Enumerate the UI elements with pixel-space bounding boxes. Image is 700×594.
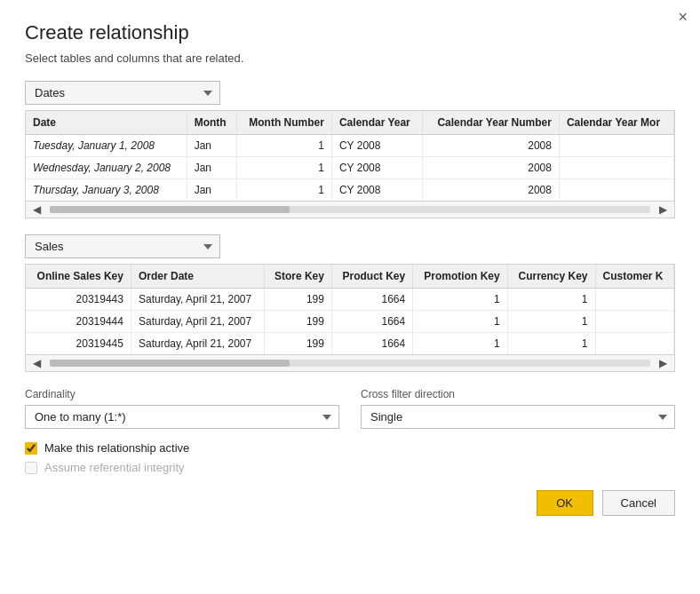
cell: [595, 311, 673, 333]
create-relationship-dialog: × Create relationship Select tables and …: [0, 0, 700, 594]
table-row: 20319445 Saturday, April 21, 2007 199 16…: [26, 333, 674, 355]
ok-button[interactable]: OK: [537, 490, 593, 516]
scroll-right-arrow[interactable]: ▶: [656, 357, 671, 369]
active-checkbox[interactable]: [25, 442, 37, 455]
table-row: Wednesday, January 2, 2008 Jan 1 CY 2008…: [26, 157, 674, 179]
referential-checkbox-row: Assume referential integrity: [25, 461, 675, 474]
table-row: Tuesday, January 1, 2008 Jan 1 CY 2008 2…: [26, 135, 674, 157]
cell: 1: [236, 179, 331, 202]
table2-scrollbar: ◀ ▶: [26, 354, 674, 371]
active-checkbox-row: Make this relationship active: [25, 441, 675, 455]
cell: 199: [264, 333, 331, 355]
table1-header-row: Date Month Month Number Calendar Year Ca…: [26, 111, 674, 135]
checkboxes-group: Make this relationship active Assume ref…: [25, 441, 675, 474]
cell: 20319443: [26, 289, 131, 311]
cell: 1: [236, 157, 331, 179]
dialog-title: Create relationship: [25, 21, 675, 44]
table-row: 20319443 Saturday, April 21, 2007 199 16…: [26, 289, 674, 311]
table1-select[interactable]: Dates Sales Customers: [25, 81, 220, 105]
table2-select-wrap: Sales Dates Customers: [25, 234, 675, 258]
cell: [559, 157, 673, 179]
cell: [595, 333, 673, 355]
cancel-button[interactable]: Cancel: [602, 490, 675, 516]
table2: Online Sales Key Order Date Store Key Pr…: [26, 265, 674, 354]
cell: 20319444: [26, 311, 131, 333]
scroll-track[interactable]: [50, 360, 650, 367]
cell: 1: [507, 311, 595, 333]
cell: Jan: [187, 179, 236, 202]
cell: [559, 179, 673, 202]
cell: 1: [236, 135, 331, 157]
cell: Saturday, April 21, 2007: [131, 333, 264, 355]
scroll-thumb: [50, 360, 290, 367]
col-calendar-year-number: Calendar Year Number: [423, 111, 560, 135]
cell: 1664: [331, 289, 412, 311]
cardinality-select[interactable]: One to many (1:*) Many to one (*:1) One …: [25, 405, 339, 429]
referential-checkbox-label: Assume referential integrity: [44, 461, 185, 474]
cardinality-label: Cardinality: [25, 388, 339, 400]
col-store-key: Store Key: [264, 265, 331, 289]
filter-controls-row: Cardinality One to many (1:*) Many to on…: [25, 388, 675, 429]
cross-filter-label: Cross filter direction: [361, 388, 675, 400]
cell: 20319445: [26, 333, 131, 355]
cell: 1: [507, 333, 595, 355]
cell: Jan: [187, 135, 236, 157]
col-date: Date: [26, 111, 187, 135]
table2-select[interactable]: Sales Dates Customers: [25, 234, 220, 258]
col-online-sales-key: Online Sales Key: [26, 265, 131, 289]
cell: CY 2008: [331, 157, 422, 179]
cell: 1: [507, 289, 595, 311]
scroll-left-arrow[interactable]: ◀: [29, 203, 44, 216]
cell: 1664: [331, 333, 412, 355]
cell: CY 2008: [331, 179, 422, 202]
col-calendar-year-mor: Calendar Year Mor: [559, 111, 673, 135]
scroll-track[interactable]: [50, 206, 650, 213]
cell: [595, 289, 673, 311]
cell: 1: [413, 289, 507, 311]
cell: Saturday, April 21, 2007: [131, 289, 264, 311]
cell: Tuesday, January 1, 2008: [26, 135, 187, 157]
cell: 2008: [423, 157, 560, 179]
cell: Thursday, January 3, 2008: [26, 179, 187, 202]
cell: CY 2008: [331, 135, 422, 157]
cross-filter-group: Cross filter direction Single Both: [361, 388, 675, 429]
cell: 2008: [423, 179, 560, 202]
footer-buttons: OK Cancel: [25, 490, 675, 516]
table2-container: Online Sales Key Order Date Store Key Pr…: [25, 264, 675, 372]
cell: Saturday, April 21, 2007: [131, 311, 264, 333]
referential-checkbox[interactable]: [25, 462, 37, 474]
col-customer-k: Customer K: [595, 265, 673, 289]
table1-scrollbar: ◀ ▶: [26, 201, 674, 218]
cell: 1: [413, 333, 507, 355]
dialog-subtitle: Select tables and columns that are relat…: [25, 51, 675, 65]
col-order-date: Order Date: [131, 265, 264, 289]
table1: Date Month Month Number Calendar Year Ca…: [26, 111, 674, 201]
table1-container: Date Month Month Number Calendar Year Ca…: [25, 110, 675, 218]
active-checkbox-label[interactable]: Make this relationship active: [44, 441, 189, 455]
col-currency-key: Currency Key: [507, 265, 595, 289]
close-button[interactable]: ×: [678, 9, 688, 25]
col-calendar-year: Calendar Year: [331, 111, 422, 135]
cardinality-group: Cardinality One to many (1:*) Many to on…: [25, 388, 339, 429]
cell: 199: [264, 311, 331, 333]
table-row: 20319444 Saturday, April 21, 2007 199 16…: [26, 311, 674, 333]
cell: 1664: [331, 311, 412, 333]
col-promotion-key: Promotion Key: [413, 265, 507, 289]
cross-filter-select[interactable]: Single Both: [361, 405, 675, 429]
cell: 2008: [423, 135, 560, 157]
col-product-key: Product Key: [331, 265, 412, 289]
cell: Jan: [187, 157, 236, 179]
col-month: Month: [187, 111, 236, 135]
cell: Wednesday, January 2, 2008: [26, 157, 187, 179]
table-row: Thursday, January 3, 2008 Jan 1 CY 2008 …: [26, 179, 674, 202]
cell: 1: [413, 311, 507, 333]
table2-header-row: Online Sales Key Order Date Store Key Pr…: [26, 265, 674, 289]
table1-select-wrap: Dates Sales Customers: [25, 81, 675, 105]
scroll-right-arrow[interactable]: ▶: [656, 203, 671, 216]
scroll-left-arrow[interactable]: ◀: [29, 357, 44, 369]
cell: [559, 135, 673, 157]
cell: 199: [264, 289, 331, 311]
scroll-thumb: [50, 206, 290, 213]
col-month-number: Month Number: [236, 111, 331, 135]
